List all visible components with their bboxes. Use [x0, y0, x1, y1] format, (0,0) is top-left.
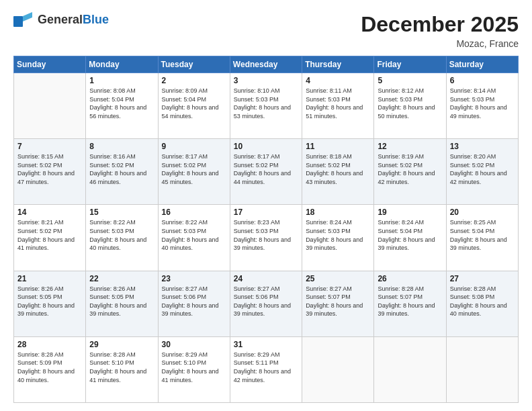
day-info: Sunrise: 8:11 AMSunset: 5:03 PMDaylight:… [306, 87, 370, 120]
day-number: 27 [450, 274, 515, 283]
calendar-cell: 15Sunrise: 8:22 AMSunset: 5:03 PMDayligh… [86, 205, 158, 271]
day-info: Sunrise: 8:19 AMSunset: 5:02 PMDaylight:… [378, 152, 442, 186]
day-number: 17 [234, 208, 298, 217]
day-info: Sunrise: 8:26 AMSunset: 5:05 PMDaylight:… [17, 285, 82, 318]
day-info: Sunrise: 8:27 AMSunset: 5:07 PMDaylight:… [306, 285, 370, 318]
day-info: Sunrise: 8:10 AMSunset: 5:03 PMDaylight:… [234, 87, 298, 120]
calendar-cell: 25Sunrise: 8:27 AMSunset: 5:07 PMDayligh… [302, 271, 374, 336]
logo-icon [13, 12, 35, 27]
calendar-cell: 19Sunrise: 8:24 AMSunset: 5:04 PMDayligh… [374, 205, 446, 271]
calendar-cell: 9Sunrise: 8:17 AMSunset: 5:02 PMDaylight… [158, 139, 230, 205]
day-number: 20 [450, 208, 515, 217]
weekday-header: Tuesday [158, 56, 230, 73]
day-info: Sunrise: 8:12 AMSunset: 5:03 PMDaylight:… [378, 87, 442, 120]
day-number: 5 [378, 76, 442, 85]
calendar-cell: 4Sunrise: 8:11 AMSunset: 5:03 PMDaylight… [302, 73, 374, 139]
day-info: Sunrise: 8:16 AMSunset: 5:02 PMDaylight:… [89, 152, 154, 186]
day-info: Sunrise: 8:17 AMSunset: 5:02 PMDaylight:… [234, 152, 298, 186]
day-info: Sunrise: 8:28 AMSunset: 5:08 PMDaylight:… [450, 285, 515, 318]
calendar-cell: 11Sunrise: 8:18 AMSunset: 5:02 PMDayligh… [302, 139, 374, 205]
day-number: 21 [17, 274, 82, 283]
calendar-cell: 21Sunrise: 8:26 AMSunset: 5:05 PMDayligh… [14, 271, 86, 336]
calendar-cell: 23Sunrise: 8:27 AMSunset: 5:06 PMDayligh… [158, 271, 230, 336]
calendar-table: SundayMondayTuesdayWednesdayThursdayFrid… [13, 56, 519, 403]
calendar-cell [302, 336, 374, 402]
day-info: Sunrise: 8:28 AMSunset: 5:07 PMDaylight:… [378, 285, 442, 318]
calendar-week-row: 28Sunrise: 8:28 AMSunset: 5:09 PMDayligh… [14, 336, 519, 402]
day-info: Sunrise: 8:28 AMSunset: 5:09 PMDaylight:… [17, 351, 82, 384]
day-number: 25 [306, 274, 370, 283]
day-number: 30 [162, 340, 226, 349]
day-number: 15 [89, 208, 154, 217]
calendar-cell: 20Sunrise: 8:25 AMSunset: 5:04 PMDayligh… [446, 205, 518, 271]
day-info: Sunrise: 8:29 AMSunset: 5:10 PMDaylight:… [162, 351, 226, 384]
day-info: Sunrise: 8:22 AMSunset: 5:03 PMDaylight:… [89, 218, 154, 252]
day-number: 22 [89, 274, 154, 283]
day-info: Sunrise: 8:27 AMSunset: 5:06 PMDaylight:… [234, 285, 298, 318]
calendar-cell: 16Sunrise: 8:22 AMSunset: 5:03 PMDayligh… [158, 205, 230, 271]
day-number: 31 [234, 340, 298, 349]
calendar-cell: 26Sunrise: 8:28 AMSunset: 5:07 PMDayligh… [374, 271, 446, 336]
day-number: 23 [162, 274, 226, 283]
day-number: 10 [234, 142, 298, 151]
day-number: 2 [162, 76, 226, 85]
day-number: 13 [450, 142, 515, 151]
day-info: Sunrise: 8:15 AMSunset: 5:02 PMDaylight:… [17, 152, 82, 186]
calendar-cell [446, 336, 518, 402]
weekday-header: Friday [374, 56, 446, 73]
day-number: 6 [450, 76, 515, 85]
calendar-cell: 27Sunrise: 8:28 AMSunset: 5:08 PMDayligh… [446, 271, 518, 336]
calendar-cell: 13Sunrise: 8:20 AMSunset: 5:02 PMDayligh… [446, 139, 518, 205]
day-number: 28 [17, 340, 82, 349]
calendar-cell [374, 336, 446, 402]
day-number: 14 [17, 208, 82, 217]
day-info: Sunrise: 8:23 AMSunset: 5:03 PMDaylight:… [234, 218, 298, 252]
title-section: December 2025 Mozac, France [361, 12, 519, 49]
day-number: 29 [89, 340, 154, 349]
calendar-cell: 6Sunrise: 8:14 AMSunset: 5:03 PMDaylight… [446, 73, 518, 139]
calendar-week-row: 1Sunrise: 8:08 AMSunset: 5:04 PMDaylight… [14, 73, 519, 139]
calendar-cell: 22Sunrise: 8:26 AMSunset: 5:05 PMDayligh… [86, 271, 158, 336]
day-number: 8 [89, 142, 154, 151]
day-number: 19 [378, 208, 442, 217]
svg-rect-0 [13, 16, 23, 27]
calendar-cell [14, 73, 86, 139]
day-number: 11 [306, 142, 370, 151]
calendar-header-row: SundayMondayTuesdayWednesdayThursdayFrid… [14, 56, 519, 73]
weekday-header: Sunday [14, 56, 86, 73]
calendar-cell: 14Sunrise: 8:21 AMSunset: 5:02 PMDayligh… [14, 205, 86, 271]
calendar-cell: 29Sunrise: 8:28 AMSunset: 5:10 PMDayligh… [86, 336, 158, 402]
month-title: December 2025 [361, 12, 519, 37]
calendar-cell: 8Sunrise: 8:16 AMSunset: 5:02 PMDaylight… [86, 139, 158, 205]
weekday-header: Wednesday [230, 56, 302, 73]
page: GeneralBlue December 2025 Mozac, France … [0, 0, 532, 411]
calendar-cell: 2Sunrise: 8:09 AMSunset: 5:04 PMDaylight… [158, 73, 230, 139]
calendar-cell: 24Sunrise: 8:27 AMSunset: 5:06 PMDayligh… [230, 271, 302, 336]
calendar-week-row: 21Sunrise: 8:26 AMSunset: 5:05 PMDayligh… [14, 271, 519, 336]
day-info: Sunrise: 8:09 AMSunset: 5:04 PMDaylight:… [162, 87, 226, 120]
calendar-week-row: 14Sunrise: 8:21 AMSunset: 5:02 PMDayligh… [14, 205, 519, 271]
day-info: Sunrise: 8:22 AMSunset: 5:03 PMDaylight:… [162, 218, 226, 252]
day-number: 12 [378, 142, 442, 151]
calendar-cell: 5Sunrise: 8:12 AMSunset: 5:03 PMDaylight… [374, 73, 446, 139]
day-info: Sunrise: 8:24 AMSunset: 5:03 PMDaylight:… [306, 218, 370, 252]
day-number: 24 [234, 274, 298, 283]
day-info: Sunrise: 8:14 AMSunset: 5:03 PMDaylight:… [450, 87, 515, 120]
day-info: Sunrise: 8:08 AMSunset: 5:04 PMDaylight:… [89, 87, 154, 120]
weekday-header: Thursday [302, 56, 374, 73]
day-number: 7 [17, 142, 82, 151]
day-info: Sunrise: 8:24 AMSunset: 5:04 PMDaylight:… [378, 218, 442, 252]
logo: GeneralBlue [13, 12, 109, 27]
calendar-cell: 12Sunrise: 8:19 AMSunset: 5:02 PMDayligh… [374, 139, 446, 205]
calendar-cell: 28Sunrise: 8:28 AMSunset: 5:09 PMDayligh… [14, 336, 86, 402]
day-number: 4 [306, 76, 370, 85]
day-info: Sunrise: 8:21 AMSunset: 5:02 PMDaylight:… [17, 218, 82, 252]
calendar-cell: 31Sunrise: 8:29 AMSunset: 5:11 PMDayligh… [230, 336, 302, 402]
weekday-header: Saturday [446, 56, 518, 73]
day-number: 18 [306, 208, 370, 217]
day-info: Sunrise: 8:20 AMSunset: 5:02 PMDaylight:… [450, 152, 515, 186]
day-info: Sunrise: 8:28 AMSunset: 5:10 PMDaylight:… [89, 351, 154, 384]
calendar-cell: 1Sunrise: 8:08 AMSunset: 5:04 PMDaylight… [86, 73, 158, 139]
location: Mozac, France [361, 38, 519, 49]
day-info: Sunrise: 8:25 AMSunset: 5:04 PMDaylight:… [450, 218, 515, 252]
